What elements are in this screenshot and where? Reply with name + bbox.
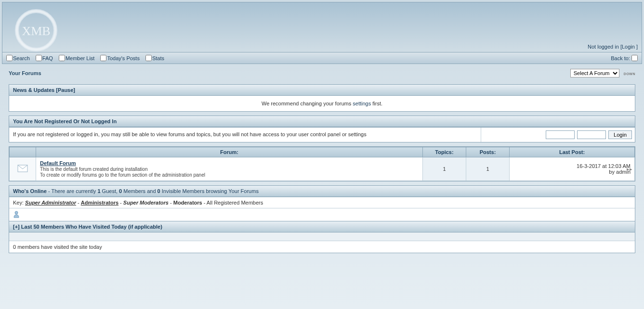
not-logged-in-header: You Are Not Registered Or Not Logged In [9,116,635,127]
forum-desc: This is the default forum created during… [40,167,147,172]
back-to-label: Back to: [611,55,630,61]
nav-check-todaysposts[interactable] [100,55,106,61]
key-superadmin: Super Administrator [25,200,76,206]
back-to-check[interactable] [631,55,638,61]
envelope-icon [17,165,28,172]
site-logo: XMB [10,6,63,52]
forum-jump-select[interactable]: Select A Forum [570,69,619,77]
news-message: We recommend changing your forums [262,101,353,106]
news-title: News & Updates [13,87,54,93]
news-block: News & Updates [Pause] We recommend chan… [9,84,635,112]
nav-check-memberlist[interactable] [59,55,65,61]
goto-lastpost-icon[interactable]: ▸▸ [627,166,632,172]
key-row: Key: Super Administrator - Administrator… [9,197,635,208]
user-icon [13,210,20,218]
forum-name-link[interactable]: Default Forum [40,160,76,166]
key-mods: Moderators [173,200,202,206]
scroll-down-icon[interactable]: DOWN [624,72,635,76]
breadcrumb: Your Forums [9,70,41,76]
col-lastpost: Last Post: [510,147,635,157]
col-topics: Topics: [423,147,466,157]
svg-point-4 [15,211,18,214]
nav-check-stats[interactable] [145,55,152,61]
svg-text:XMB: XMB [22,24,50,38]
password-input[interactable] [577,130,606,139]
news-pause-link[interactable]: [Pause] [56,87,75,93]
login-status: Not logged in [Login ] [588,44,638,50]
lastpost-date: 16-3-2017 at 12:03 AM [577,163,631,169]
nav-search[interactable]: Search [13,55,30,61]
forum-list-block: Forum: Topics: Posts: Last Post: Default… [9,146,635,181]
visited-message: 0 members have visited the site today [9,241,635,253]
login-link[interactable]: Login [622,44,635,50]
username-input[interactable] [546,130,575,139]
whos-online-title[interactable]: Who's Online [13,188,47,194]
navbar: Search FAQ Member List Today's Posts Sta… [2,52,642,64]
settings-link[interactable]: settings [353,101,371,106]
visited-empty-row [9,232,635,241]
header-banner: XMB Not logged in [Login ] [2,2,642,52]
whos-online-block: Who's Online - There are currently 1 Gue… [9,185,635,253]
posts-count: 1 [466,157,510,181]
nav-faq[interactable]: FAQ [42,55,53,61]
key-admins: Administrators [81,200,118,206]
col-posts: Posts: [466,147,510,157]
visited-header[interactable]: [+] Last 50 Members Who Have Visited Tod… [13,224,162,230]
not-logged-in-message: If you are not registered or logged in, … [9,128,481,142]
nav-memberlist[interactable]: Member List [66,55,95,61]
nav-todaysposts[interactable]: Today's Posts [107,55,140,61]
nav-check-faq[interactable] [36,55,42,61]
forum-desc2: To create or modify forums go to the for… [40,172,205,178]
col-icon [10,147,36,157]
col-forum: Forum: [36,147,423,157]
nav-stats[interactable]: Stats [152,55,164,61]
login-button[interactable]: Login [608,130,632,139]
topics-count: 1 [423,157,466,181]
key-supermods: Super Moderators [123,200,169,206]
nav-check-search[interactable] [6,55,13,61]
forum-row: Default Forum This is the default forum … [10,157,635,181]
not-logged-in-block: You Are Not Registered Or Not Logged In … [9,116,635,142]
